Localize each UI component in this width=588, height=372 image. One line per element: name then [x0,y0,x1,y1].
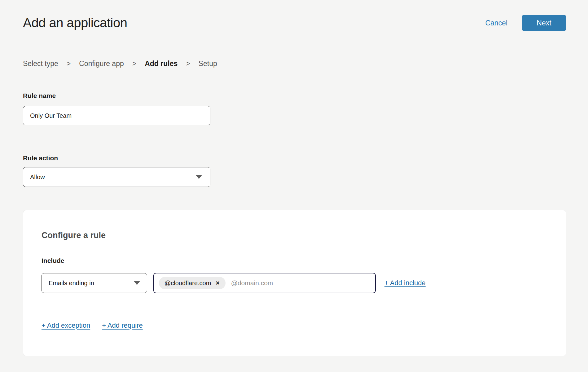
breadcrumb-step-setup[interactable]: Setup [199,60,217,68]
rule-action-label: Rule action [23,154,566,162]
include-selector-value: Emails ending in [49,280,94,287]
domain-entry-input[interactable] [231,279,370,287]
email-domain-tag: @cloudflare.com ✕ [159,277,226,289]
include-rule-row: Emails ending in @cloudflare.com ✕ + Add… [42,273,547,293]
rule-card-title: Configure a rule [42,231,547,240]
breadcrumb-separator: > [67,60,71,68]
breadcrumb: Select type > Configure app > Add rules … [23,60,566,68]
header-actions: Cancel Next [485,15,566,31]
page-header: Add an application Cancel Next [23,0,566,31]
cancel-button[interactable]: Cancel [485,19,507,27]
email-domain-tag-input[interactable]: @cloudflare.com ✕ [153,273,376,293]
chevron-down-icon [134,281,140,285]
add-exception-link[interactable]: + Add exception [42,321,90,330]
breadcrumb-step-configure-app[interactable]: Configure app [79,60,124,68]
breadcrumb-step-select-type[interactable]: Select type [23,60,58,68]
tag-label: @cloudflare.com [165,280,211,287]
chevron-down-icon [196,175,202,179]
include-label: Include [42,257,547,264]
include-selector-select[interactable]: Emails ending in [42,273,147,293]
rule-card-bottom-links: + Add exception + Add require [42,321,547,330]
breadcrumb-separator: > [186,60,190,68]
page-title: Add an application [23,16,127,30]
remove-tag-icon[interactable]: ✕ [215,281,220,286]
next-button[interactable]: Next [522,15,566,31]
rule-name-input[interactable] [23,106,210,125]
rule-name-label: Rule name [23,92,566,100]
add-application-page: Add an application Cancel Next Select ty… [0,0,588,372]
breadcrumb-separator: > [132,60,136,68]
add-include-link[interactable]: + Add include [384,279,426,287]
rule-action-selected-value: Allow [30,174,45,181]
add-require-link[interactable]: + Add require [102,321,143,330]
breadcrumb-step-add-rules[interactable]: Add rules [145,60,178,68]
rule-action-select[interactable]: Allow [23,167,210,187]
configure-rule-card: Configure a rule Include Emails ending i… [23,210,566,356]
